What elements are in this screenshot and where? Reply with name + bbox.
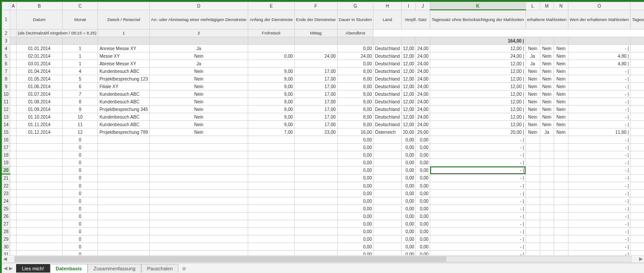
cell-H23[interactable]: [373, 190, 402, 197]
cell-D6[interactable]: Ja: [149, 60, 248, 68]
cell-N29[interactable]: [554, 235, 568, 243]
cell-B18[interactable]: [16, 151, 62, 159]
cell-K23[interactable]: - |: [430, 190, 525, 197]
cell-B26[interactable]: [16, 213, 62, 220]
cell-N25[interactable]: [554, 205, 568, 213]
cell-N15[interactable]: Nein: [554, 128, 568, 136]
cell-I15[interactable]: 20,00: [402, 128, 416, 136]
cell-C20[interactable]: 0: [62, 166, 98, 175]
cell-H25[interactable]: [373, 205, 402, 213]
cell-L14[interactable]: Nein: [525, 121, 540, 128]
cell-B13[interactable]: 01.10.2014: [16, 113, 62, 121]
cell-M6[interactable]: Nein: [540, 60, 554, 68]
cell-C26[interactable]: Abreise Messe XY: [98, 60, 149, 68]
cell-G25[interactable]: 0,00: [337, 205, 373, 213]
cell-C8[interactable]: 5: [62, 75, 98, 83]
row-header-24[interactable]: 24: [2, 197, 10, 205]
cell-O15[interactable]: 11,60 |: [568, 128, 630, 136]
cell-F26[interactable]: [294, 213, 337, 220]
cell-A25[interactable]: [10, 205, 17, 213]
cell-C18[interactable]: 0: [62, 151, 98, 159]
cell-O30[interactable]: - |: [568, 243, 630, 251]
cell-O11[interactable]: - |: [568, 98, 630, 106]
cell-N20[interactable]: [554, 166, 568, 175]
row-header-1[interactable]: 1: [2, 10, 10, 30]
sheet-tab-pauschalen[interactable]: Pauschalen: [141, 264, 179, 273]
cell-L10[interactable]: Nein: [525, 90, 540, 98]
cell-K24[interactable]: - |: [430, 197, 525, 205]
cell-M24[interactable]: [540, 197, 554, 205]
cell-I27[interactable]: 0,00: [402, 220, 416, 228]
cell-N31[interactable]: [554, 251, 568, 256]
cell-O12[interactable]: - |: [568, 106, 630, 113]
cell-H18[interactable]: [373, 151, 402, 159]
cell-B5[interactable]: 02.01.2014: [16, 52, 62, 60]
cell-O25[interactable]: - |: [568, 205, 630, 213]
column-header-G[interactable]: G: [337, 2, 373, 10]
cell-H22[interactable]: [373, 182, 402, 190]
cell-D8[interactable]: Nein: [149, 75, 248, 83]
cell-D11[interactable]: Nein: [149, 98, 248, 106]
cell-F13[interactable]: 17,00: [294, 113, 337, 121]
cell-C24[interactable]: 0: [62, 197, 98, 205]
cell-N26[interactable]: [554, 213, 568, 220]
cell-A29[interactable]: [10, 235, 17, 243]
cell-E10[interactable]: 9,00: [248, 90, 295, 98]
cell-C26[interactable]: 0: [62, 213, 98, 220]
column-header-D[interactable]: D: [149, 2, 248, 10]
cell-M30[interactable]: [540, 243, 554, 251]
cell-N14[interactable]: Nein: [554, 121, 568, 128]
row-header-29[interactable]: 29: [2, 235, 10, 243]
cell-D4[interactable]: Ja: [149, 45, 248, 52]
cell-C28[interactable]: 0: [62, 228, 98, 235]
cell-L29[interactable]: [525, 235, 540, 243]
cell-D5[interactable]: Nein: [149, 52, 248, 60]
cell-M15[interactable]: Ja: [540, 128, 554, 136]
cell-K28[interactable]: - |: [430, 228, 525, 235]
cell-O22[interactable]: - |: [568, 182, 630, 190]
column-header-L[interactable]: L: [525, 2, 540, 10]
cell-J28[interactable]: 0,00: [416, 228, 430, 235]
cell-E30[interactable]: [248, 243, 295, 251]
cell-C230[interactable]: [98, 243, 149, 251]
cell-M29[interactable]: [540, 235, 554, 243]
cell-C9[interactable]: 6: [62, 83, 98, 90]
cell-A9[interactable]: [10, 83, 17, 90]
cell-M16[interactable]: [540, 136, 554, 144]
cell-F10[interactable]: 17,00: [294, 90, 337, 98]
totals-cell[interactable]: [416, 37, 430, 45]
column-header-O[interactable]: O: [568, 2, 630, 10]
cell-F23[interactable]: [294, 190, 337, 197]
cell-D23[interactable]: [149, 190, 248, 197]
cell-O4[interactable]: - |: [568, 45, 630, 52]
cell-O31[interactable]: - |: [568, 251, 630, 256]
cell-I14[interactable]: 12,00: [402, 121, 416, 128]
cell-A12[interactable]: [10, 106, 17, 113]
cell-F16[interactable]: [294, 136, 337, 144]
cell-I28[interactable]: 0,00: [402, 228, 416, 235]
cell-I7[interactable]: 12,00: [402, 68, 416, 75]
column-header-I[interactable]: I: [402, 2, 416, 10]
cell-K4[interactable]: 12,00 |: [430, 45, 525, 52]
cell-O14[interactable]: - |: [568, 121, 630, 128]
cell-B20[interactable]: [16, 166, 62, 175]
cell-C29[interactable]: Filiale XY: [98, 83, 149, 90]
cell-F8[interactable]: 17,00: [294, 75, 337, 83]
cell-C31[interactable]: 0: [62, 251, 98, 256]
cell-J30[interactable]: 0,00: [416, 243, 430, 251]
cell-B22[interactable]: [16, 182, 62, 190]
cell-F27[interactable]: [294, 220, 337, 228]
cell-K31[interactable]: - |: [430, 251, 525, 256]
cell-A30[interactable]: [10, 243, 17, 251]
cell-D25[interactable]: [149, 205, 248, 213]
cell-M18[interactable]: [540, 151, 554, 159]
cell-M31[interactable]: [540, 251, 554, 256]
cell-H5[interactable]: Deutschland: [373, 52, 402, 60]
cell-D16[interactable]: [149, 136, 248, 144]
cell-E8[interactable]: 9,00: [248, 75, 295, 83]
cell-L20[interactable]: [525, 166, 540, 175]
cell-E24[interactable]: [248, 197, 295, 205]
cell-O24[interactable]: - |: [568, 197, 630, 205]
cell-P6[interactable]: 7,20 |: [631, 60, 644, 68]
cell-O19[interactable]: - |: [568, 159, 630, 166]
